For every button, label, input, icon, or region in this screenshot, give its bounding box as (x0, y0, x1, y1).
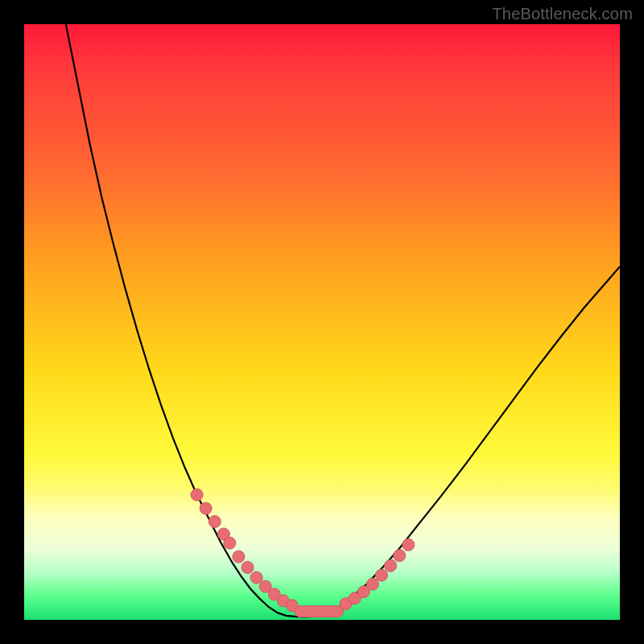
curve-left (66, 24, 278, 613)
outer-frame: TheBottleneck.com (0, 0, 644, 644)
marker-dot (242, 561, 254, 573)
marker-dot (191, 489, 203, 501)
marker-dot (208, 515, 221, 527)
marker-pill (295, 606, 343, 617)
marker-dot (366, 578, 378, 590)
marker-dot (402, 539, 415, 551)
marker-dot (376, 569, 388, 581)
chart-svg (24, 24, 620, 620)
marker-dot (394, 550, 406, 562)
marker-dot (224, 537, 236, 549)
marker-dot (233, 551, 245, 563)
marker-dot (250, 572, 262, 584)
marker-dot (200, 502, 212, 514)
marker-layer (191, 489, 415, 617)
curve-right (329, 266, 620, 613)
marker-dot (385, 559, 397, 572)
plot-area (24, 24, 620, 620)
watermark-text: TheBottleneck.com (492, 5, 633, 23)
